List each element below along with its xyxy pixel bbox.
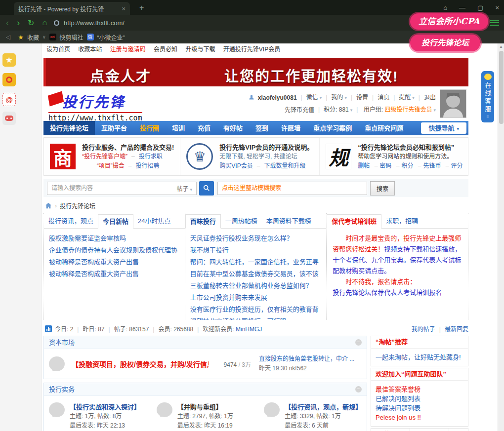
nav-key-cases[interactable]: 重点学习案例 <box>307 121 358 135</box>
avatar[interactable] <box>440 89 466 118</box>
credits-value[interactable]: 积分: 881 <box>314 104 352 116</box>
page-scrollbar[interactable]: ▲ <box>498 43 504 431</box>
tab-invest-news[interactable]: 投行资讯，观点 <box>44 214 98 228</box>
bookmark-item-2[interactable]: “小微企业” <box>97 33 125 41</box>
nav-good-posts[interactable]: 有好帖 <box>217 121 249 135</box>
reload-icon[interactable]: ↻ <box>28 18 34 28</box>
search-button[interactable] <box>199 181 214 196</box>
tab-24h-focus[interactable]: 24小时焦点 <box>133 214 175 228</box>
address-field[interactable]: http://www.thxflt.com/ <box>54 19 125 27</box>
weibo-icon[interactable] <box>2 73 16 86</box>
solved-list-link[interactable]: 已解决问题列表 <box>376 394 463 403</box>
search-submit-button[interactable]: 搜索 <box>370 181 395 196</box>
tab-my-records[interactable]: 我的记录 <box>371 429 410 431</box>
list-item[interactable]: 三板董秘转去营业部做机构业务总监如何？ <box>190 280 322 292</box>
list-item[interactable]: 没有医疗行业的投资经历，仅有相关的教育背 <box>190 304 322 315</box>
search-input[interactable] <box>47 185 176 192</box>
link-credits[interactable]: 积分 <box>394 162 414 169</box>
scrollbar-thumb[interactable] <box>499 51 504 124</box>
link-open-vip[interactable]: 开通投行先锋VIP会员 <box>223 46 280 53</box>
link-job-post[interactable]: 投行招聘 <box>125 162 160 169</box>
nav-key-research[interactable]: 重点研究问题 <box>358 121 410 135</box>
forum-title-link[interactable]: 【并购与重组】 <box>177 402 233 412</box>
boss-key-icon[interactable]: ⌂ <box>443 4 447 11</box>
section-title[interactable]: 资本市场 <box>49 336 75 349</box>
list-item[interactable]: 企业债券的债券持有人会议规则及债权代理协 <box>49 244 180 256</box>
tab-my-blog[interactable]: 我的日志 <box>410 429 449 431</box>
pink-badge-forum[interactable]: 投行先锋论坛 <box>410 35 480 51</box>
tab-week-downloads[interactable]: 本周资料下载榜 <box>262 214 316 228</box>
breadcrumb-current[interactable]: 投行先锋论坛 <box>60 201 95 210</box>
forum-title-link[interactable]: 【投行资讯，观点，新规】 <box>285 402 362 412</box>
nav-forum[interactable]: 投行先锋论坛 <box>43 121 95 135</box>
best-answer-link[interactable]: 最佳答案荣誉榜 <box>376 385 463 394</box>
maximize-icon[interactable]: ▢ <box>477 4 483 11</box>
gamepad-icon[interactable] <box>2 112 16 125</box>
collapse-icon[interactable]: − <box>355 386 362 392</box>
taotie-link[interactable]: 一起来淘帖，让好贴无处藏身! <box>376 353 463 362</box>
bookmark-item-1[interactable]: 快剪辑社 <box>60 33 84 41</box>
my-posts-link[interactable]: 我的帖子 <box>412 324 435 333</box>
back-icon[interactable]: ‹ <box>6 18 9 28</box>
browser-tab[interactable]: 投行先锋 - Powered by 投行先锋 × <box>14 2 130 15</box>
breadcrumb-home-icon[interactable] <box>45 202 52 209</box>
minimize-icon[interactable]: — <box>459 4 465 11</box>
menu-settings[interactable]: 设置 <box>347 92 368 104</box>
section-title[interactable]: 投行实务 <box>49 383 75 395</box>
menu-mine[interactable]: 我的 <box>322 91 347 104</box>
link-password[interactable]: 密码 <box>373 162 392 169</box>
quick-nav-button[interactable]: 快捷导航 <box>421 122 466 134</box>
menu-alerts[interactable]: 提醒 <box>389 91 415 104</box>
tab-week-hot[interactable]: 一周热帖榜 <box>221 214 262 228</box>
list-item[interactable]: 被动稀释是否构成重大资产出售 <box>49 268 180 280</box>
site-info-icon[interactable] <box>54 20 59 26</box>
link-coin-recharge[interactable]: 先锋币充值 <box>285 104 314 116</box>
menu-logout[interactable]: 退出 <box>415 92 436 104</box>
bookmark-favorites[interactable]: 收藏 <box>27 33 39 41</box>
online-service-tab[interactable]: 在线客服 ≡ <box>481 71 494 122</box>
link-rating[interactable]: 评分 <box>444 162 463 169</box>
link-job-seek[interactable]: 投行求职 <box>127 153 163 160</box>
chevron-down-icon[interactable]: ∨ <box>42 35 46 39</box>
list-item[interactable]: 天风证券投行股权业务现在怎么样？ <box>190 233 322 244</box>
home-icon[interactable]: ⌂ <box>42 18 47 27</box>
fuzzy-search-input[interactable] <box>217 182 367 195</box>
link-delete-post[interactable]: 删帖 <box>358 162 370 169</box>
menu-icon[interactable] <box>490 20 499 26</box>
nav-recharge[interactable]: 充值 <box>191 121 217 135</box>
tab-baiwei[interactable]: 百味投行 <box>185 214 221 229</box>
mail-at-icon[interactable]: @ <box>2 93 16 106</box>
forum-title-link[interactable]: 【投行实战和深入探讨】 <box>70 402 140 412</box>
link-register[interactable]: 注册与邀请码 <box>110 46 146 53</box>
collapse-icon[interactable]: − <box>355 339 362 346</box>
nav-circle[interactable]: 投行圈 <box>133 121 166 135</box>
lastpost-title-link[interactable]: 直接股东的独角兽老股转让，中介 ... <box>259 354 362 364</box>
ad-banner[interactable]: 点金人才 让您的工作更加轻松有效! <box>43 58 468 86</box>
list-item[interactable]: 渴望转北京证券公司投行，可行吗 <box>190 315 322 320</box>
menu-wechat[interactable]: 微信 <box>297 91 322 104</box>
menu-messages[interactable]: 消息 <box>368 92 389 104</box>
scroll-up-icon[interactable]: ▲ <box>498 43 504 50</box>
training-signup-link[interactable]: 投行先锋论坛保荐代表人考试培训报名 <box>333 287 462 298</box>
tab-sponsor-training[interactable]: 保代考试培训班 <box>327 214 381 229</box>
link-coin[interactable]: 先锋币 <box>416 162 441 169</box>
sidebar-collapse-icon[interactable]: ◁ <box>6 34 10 40</box>
nav-checkin[interactable]: 签到 <box>249 121 275 135</box>
tab-jobs[interactable]: 求职，招聘 <box>381 214 422 228</box>
newest-member-link[interactable]: MinHMGJ <box>236 326 262 333</box>
username[interactable]: xiaofeiyu0081 <box>258 94 297 101</box>
link-set-home[interactable]: 设为首页 <box>46 46 70 53</box>
list-item[interactable]: 我不想干投行 <box>190 244 322 256</box>
link-bookmark-site[interactable]: 收藏本站 <box>78 46 102 53</box>
window-close-icon[interactable]: × <box>495 4 499 11</box>
link-client-app[interactable]: “投行先锋客户端” <box>82 153 127 160</box>
site-logo[interactable]: 投行先锋 http://www.thxflt.com <box>48 90 142 122</box>
nav-wish-wall[interactable]: 许愿墙 <box>275 121 307 135</box>
list-item[interactable]: 帮问：四大转信托，一家国企信托，业务正寻 <box>190 256 322 268</box>
forum-title-link[interactable]: 【投融资项目，股权/债券交易，并购/发行信息】 <box>72 359 209 369</box>
tab-close-icon[interactable]: × <box>122 5 126 12</box>
nav-training[interactable]: 培训 <box>166 121 191 135</box>
list-item[interactable]: 股权激励需要证监会审核吗 <box>49 233 180 244</box>
unsolved-list-link[interactable]: 待解决问题列表 <box>376 403 463 413</box>
latest-replies-link[interactable]: 最新回复 <box>435 324 468 333</box>
